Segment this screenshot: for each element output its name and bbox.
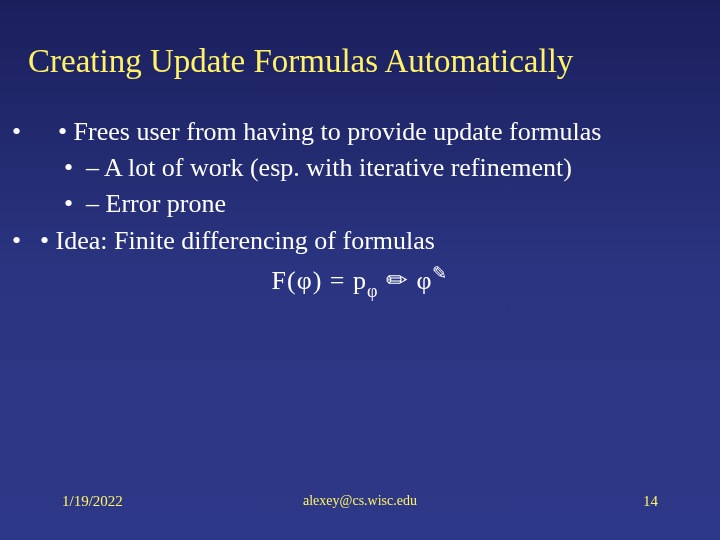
sub-bullet-text: Error prone <box>106 189 227 218</box>
formula-symbol-1: ✏ <box>386 266 409 295</box>
footer-date: 1/19/2022 <box>62 493 123 510</box>
bullet-list-level2: A lot of work (esp. with iterative refin… <box>58 150 686 223</box>
bullet-text: Frees user from having to provide update… <box>74 117 602 146</box>
sub-bullet-text: A lot of work (esp. with iterative refin… <box>104 153 572 182</box>
formula-phi2: φ <box>416 266 432 295</box>
footer-page-number: 14 <box>643 493 658 510</box>
bullet-list-level1: Frees user from having to provide update… <box>34 114 686 260</box>
bullet-item: Frees user from having to provide update… <box>34 114 686 223</box>
sub-bullet-item: Error prone <box>86 186 686 222</box>
formula-symbol-2: ✎ <box>432 263 448 283</box>
bullet-item: Idea: Finite differencing of formulas <box>34 223 686 259</box>
sub-bullet-item: A lot of work (esp. with iterative refin… <box>86 150 686 186</box>
bullet-text: Idea: Finite differencing of formulas <box>56 226 435 255</box>
slide-footer: 1/19/2022 alexey@cs.wisc.edu 14 <box>0 493 720 510</box>
formula-line: F(φ) = pφ ✏ φ✎ <box>34 261 686 302</box>
slide-body: Frees user from having to provide update… <box>0 82 720 303</box>
slide-title: Creating Update Formulas Automatically <box>0 0 720 82</box>
formula-lhs: F(φ) = p <box>272 266 367 295</box>
formula-space <box>378 266 386 295</box>
formula-subscript: φ <box>367 281 379 301</box>
